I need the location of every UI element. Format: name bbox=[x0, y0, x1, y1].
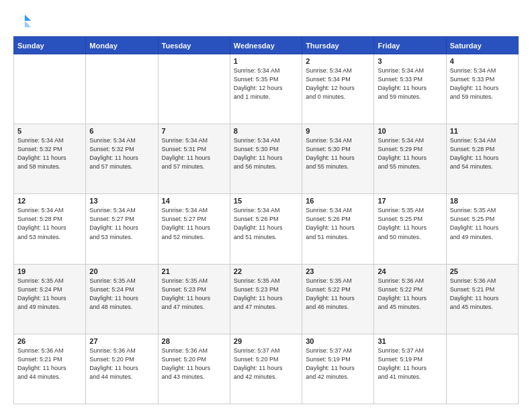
day-number: 31 bbox=[378, 337, 442, 345]
calendar-cell: 15Sunrise: 5:34 AM Sunset: 5:26 PM Dayli… bbox=[230, 194, 302, 264]
day-info: Sunrise: 5:35 AM Sunset: 5:24 PM Dayligh… bbox=[89, 277, 154, 312]
day-number: 9 bbox=[306, 127, 370, 135]
day-number: 10 bbox=[378, 127, 442, 135]
calendar-cell: 4Sunrise: 5:34 AM Sunset: 5:33 PM Daylig… bbox=[446, 54, 518, 124]
day-number: 4 bbox=[450, 57, 515, 65]
day-number: 29 bbox=[234, 337, 298, 345]
day-number: 26 bbox=[17, 337, 82, 345]
day-number: 21 bbox=[162, 267, 226, 275]
day-info: Sunrise: 5:34 AM Sunset: 5:34 PM Dayligh… bbox=[306, 66, 370, 101]
svg-marker-1 bbox=[25, 21, 31, 27]
weekday-header-friday: Friday bbox=[374, 37, 446, 54]
day-number: 19 bbox=[17, 267, 82, 275]
day-info: Sunrise: 5:34 AM Sunset: 5:30 PM Dayligh… bbox=[306, 136, 370, 171]
day-info: Sunrise: 5:35 AM Sunset: 5:23 PM Dayligh… bbox=[162, 277, 226, 312]
calendar-week-1: 1Sunrise: 5:34 AM Sunset: 5:35 PM Daylig… bbox=[14, 54, 519, 124]
calendar-cell: 28Sunrise: 5:36 AM Sunset: 5:20 PM Dayli… bbox=[158, 334, 230, 404]
calendar-cell: 29Sunrise: 5:37 AM Sunset: 5:20 PM Dayli… bbox=[230, 334, 302, 404]
day-info: Sunrise: 5:34 AM Sunset: 5:28 PM Dayligh… bbox=[17, 206, 82, 241]
day-info: Sunrise: 5:35 AM Sunset: 5:25 PM Dayligh… bbox=[450, 206, 515, 241]
calendar-cell: 14Sunrise: 5:34 AM Sunset: 5:27 PM Dayli… bbox=[158, 194, 230, 264]
calendar-cell: 30Sunrise: 5:37 AM Sunset: 5:19 PM Dayli… bbox=[302, 334, 374, 404]
weekday-header-monday: Monday bbox=[86, 37, 158, 54]
day-info: Sunrise: 5:34 AM Sunset: 5:27 PM Dayligh… bbox=[162, 206, 226, 241]
day-info: Sunrise: 5:35 AM Sunset: 5:25 PM Dayligh… bbox=[378, 206, 442, 241]
day-info: Sunrise: 5:36 AM Sunset: 5:21 PM Dayligh… bbox=[450, 277, 515, 312]
day-info: Sunrise: 5:34 AM Sunset: 5:26 PM Dayligh… bbox=[306, 206, 370, 241]
calendar-cell: 21Sunrise: 5:35 AM Sunset: 5:23 PM Dayli… bbox=[158, 264, 230, 334]
calendar-cell: 18Sunrise: 5:35 AM Sunset: 5:25 PM Dayli… bbox=[446, 194, 518, 264]
weekday-header-thursday: Thursday bbox=[302, 37, 374, 54]
day-info: Sunrise: 5:34 AM Sunset: 5:30 PM Dayligh… bbox=[234, 136, 298, 171]
calendar-cell: 11Sunrise: 5:34 AM Sunset: 5:28 PM Dayli… bbox=[446, 124, 518, 194]
day-number: 24 bbox=[378, 267, 442, 275]
calendar-week-2: 5Sunrise: 5:34 AM Sunset: 5:32 PM Daylig… bbox=[14, 124, 519, 194]
calendar-cell: 2Sunrise: 5:34 AM Sunset: 5:34 PM Daylig… bbox=[302, 54, 374, 124]
calendar-cell: 27Sunrise: 5:36 AM Sunset: 5:20 PM Dayli… bbox=[86, 334, 158, 404]
day-info: Sunrise: 5:35 AM Sunset: 5:24 PM Dayligh… bbox=[17, 277, 82, 312]
day-number: 11 bbox=[450, 127, 515, 135]
day-number: 16 bbox=[306, 197, 370, 205]
calendar-cell: 13Sunrise: 5:34 AM Sunset: 5:27 PM Dayli… bbox=[86, 194, 158, 264]
calendar-cell: 10Sunrise: 5:34 AM Sunset: 5:29 PM Dayli… bbox=[374, 124, 446, 194]
calendar-cell: 26Sunrise: 5:36 AM Sunset: 5:21 PM Dayli… bbox=[14, 334, 86, 404]
calendar-cell: 20Sunrise: 5:35 AM Sunset: 5:24 PM Dayli… bbox=[86, 264, 158, 334]
calendar-cell: 19Sunrise: 5:35 AM Sunset: 5:24 PM Dayli… bbox=[14, 264, 86, 334]
logo-icon bbox=[13, 12, 32, 31]
calendar-week-5: 26Sunrise: 5:36 AM Sunset: 5:21 PM Dayli… bbox=[14, 334, 519, 404]
calendar-week-4: 19Sunrise: 5:35 AM Sunset: 5:24 PM Dayli… bbox=[14, 264, 519, 334]
page: SundayMondayTuesdayWednesdayThursdayFrid… bbox=[0, 0, 532, 411]
day-number: 27 bbox=[89, 337, 154, 345]
weekday-header-tuesday: Tuesday bbox=[158, 37, 230, 54]
day-info: Sunrise: 5:36 AM Sunset: 5:20 PM Dayligh… bbox=[89, 347, 154, 381]
day-number: 1 bbox=[234, 57, 298, 65]
day-number: 2 bbox=[306, 57, 370, 65]
svg-marker-0 bbox=[25, 15, 31, 21]
day-info: Sunrise: 5:34 AM Sunset: 5:33 PM Dayligh… bbox=[378, 66, 442, 101]
day-number: 3 bbox=[378, 57, 442, 65]
day-info: Sunrise: 5:34 AM Sunset: 5:27 PM Dayligh… bbox=[89, 206, 154, 241]
day-number: 14 bbox=[162, 197, 226, 205]
day-number: 17 bbox=[378, 197, 442, 205]
day-number: 8 bbox=[234, 127, 298, 135]
calendar-cell: 23Sunrise: 5:35 AM Sunset: 5:22 PM Dayli… bbox=[302, 264, 374, 334]
day-number: 7 bbox=[162, 127, 226, 135]
calendar-cell: 8Sunrise: 5:34 AM Sunset: 5:30 PM Daylig… bbox=[230, 124, 302, 194]
day-info: Sunrise: 5:37 AM Sunset: 5:19 PM Dayligh… bbox=[306, 347, 370, 381]
day-number: 13 bbox=[89, 197, 154, 205]
day-info: Sunrise: 5:34 AM Sunset: 5:26 PM Dayligh… bbox=[234, 206, 298, 241]
day-info: Sunrise: 5:36 AM Sunset: 5:21 PM Dayligh… bbox=[17, 347, 82, 381]
calendar-cell bbox=[86, 54, 158, 124]
logo bbox=[13, 12, 35, 31]
calendar-cell bbox=[14, 54, 86, 124]
day-info: Sunrise: 5:34 AM Sunset: 5:32 PM Dayligh… bbox=[17, 136, 82, 171]
day-number: 6 bbox=[89, 127, 154, 135]
calendar-cell: 5Sunrise: 5:34 AM Sunset: 5:32 PM Daylig… bbox=[14, 124, 86, 194]
day-number: 22 bbox=[234, 267, 298, 275]
day-info: Sunrise: 5:34 AM Sunset: 5:35 PM Dayligh… bbox=[234, 66, 298, 101]
calendar-week-3: 12Sunrise: 5:34 AM Sunset: 5:28 PM Dayli… bbox=[14, 194, 519, 264]
day-info: Sunrise: 5:35 AM Sunset: 5:22 PM Dayligh… bbox=[306, 277, 370, 312]
day-number: 25 bbox=[450, 267, 515, 275]
weekday-header-wednesday: Wednesday bbox=[230, 37, 302, 54]
day-number: 28 bbox=[162, 337, 226, 345]
calendar-cell: 6Sunrise: 5:34 AM Sunset: 5:32 PM Daylig… bbox=[86, 124, 158, 194]
day-info: Sunrise: 5:36 AM Sunset: 5:20 PM Dayligh… bbox=[162, 347, 226, 381]
day-info: Sunrise: 5:34 AM Sunset: 5:32 PM Dayligh… bbox=[89, 136, 154, 171]
day-info: Sunrise: 5:37 AM Sunset: 5:19 PM Dayligh… bbox=[378, 347, 442, 381]
calendar-cell: 16Sunrise: 5:34 AM Sunset: 5:26 PM Dayli… bbox=[302, 194, 374, 264]
weekday-header-row: SundayMondayTuesdayWednesdayThursdayFrid… bbox=[14, 37, 519, 54]
calendar-cell: 12Sunrise: 5:34 AM Sunset: 5:28 PM Dayli… bbox=[14, 194, 86, 264]
header bbox=[13, 12, 519, 31]
day-number: 20 bbox=[89, 267, 154, 275]
day-number: 30 bbox=[306, 337, 370, 345]
day-number: 18 bbox=[450, 197, 515, 205]
day-info: Sunrise: 5:36 AM Sunset: 5:22 PM Dayligh… bbox=[378, 277, 442, 312]
calendar-cell: 3Sunrise: 5:34 AM Sunset: 5:33 PM Daylig… bbox=[374, 54, 446, 124]
calendar-cell bbox=[446, 334, 518, 404]
day-info: Sunrise: 5:34 AM Sunset: 5:31 PM Dayligh… bbox=[162, 136, 226, 171]
calendar-cell: 31Sunrise: 5:37 AM Sunset: 5:19 PM Dayli… bbox=[374, 334, 446, 404]
calendar-cell: 25Sunrise: 5:36 AM Sunset: 5:21 PM Dayli… bbox=[446, 264, 518, 334]
day-number: 5 bbox=[17, 127, 82, 135]
calendar-cell: 9Sunrise: 5:34 AM Sunset: 5:30 PM Daylig… bbox=[302, 124, 374, 194]
